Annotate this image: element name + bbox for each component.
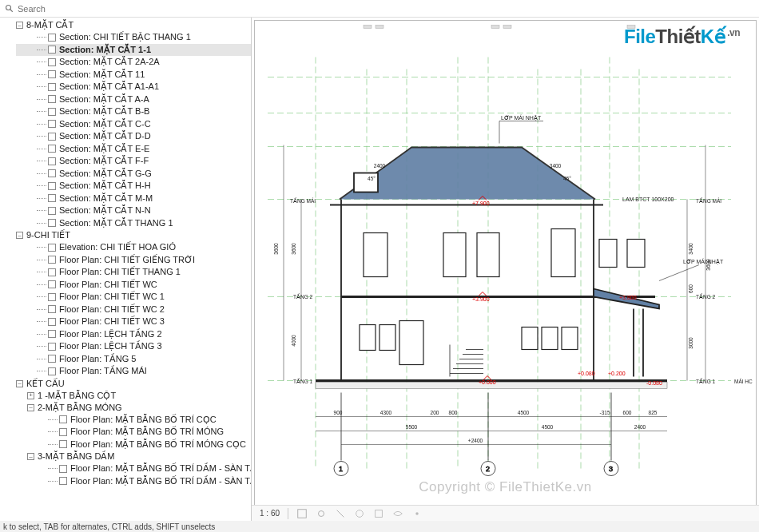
tree-item[interactable]: Floor Plan: CHI TIẾT THANG 1 (16, 266, 251, 279)
tree-item[interactable]: Floor Plan: CHI TIẾT WC 3 (16, 316, 251, 328)
tree-group-header[interactable]: –8-MẶT CẮT (16, 19, 251, 31)
tree-item[interactable]: Section: MẶT CẮT G-G (16, 168, 251, 181)
tree-item[interactable]: Elevation: CHI TIẾT HOA GIÓ (16, 241, 251, 254)
hide-icon[interactable] (392, 508, 403, 519)
sheet-checkbox[interactable] (48, 145, 56, 153)
tree-item[interactable]: Floor Plan: MẶT BẰNG BỐ TRÍ MÓNG CỌC (27, 439, 251, 451)
tree-item[interactable]: Floor Plan: CHI TIẾT WC 1 (16, 291, 251, 304)
sheet-checkbox[interactable] (48, 169, 56, 177)
tree-item-label: Section: MẶT CẮT F-F (59, 156, 149, 166)
drawing-canvas[interactable]: FileThiếtKế.vn (252, 18, 759, 532)
expander-icon[interactable]: + (27, 392, 34, 399)
tree-item[interactable]: Floor Plan: MẶT BẰNG BỐ TRÍ MÓNG (27, 426, 251, 439)
tree-item[interactable]: Section: MẶT CẮT B-B (16, 105, 251, 118)
sheet-checkbox[interactable] (48, 95, 56, 103)
tree-item-label: Section: MẶT CẮT 2A-2A (59, 57, 160, 67)
tree-item[interactable]: Section: MẶT CẮT M-M (16, 193, 251, 205)
tree-item[interactable]: Section: MẶT CẮT F-F (16, 155, 251, 168)
tree-item[interactable]: Section: MẶT CẮT N-N (16, 204, 251, 217)
sheet-checkbox[interactable] (48, 108, 56, 116)
sheet-checkbox[interactable] (48, 46, 56, 54)
sheet-checkbox[interactable] (48, 318, 56, 326)
sheet-checkbox[interactable] (48, 34, 56, 42)
group-label: 9-CHI TIẾT (26, 230, 70, 240)
sheet-checkbox[interactable] (48, 182, 56, 190)
crop-icon[interactable] (373, 508, 384, 519)
sheet-checkbox[interactable] (59, 465, 67, 473)
tree-group-header[interactable]: –2-MẶT BẰNG MÓNG (27, 402, 251, 414)
tree-group-header[interactable]: –KẾT CẤU (16, 378, 251, 390)
tree-group-header[interactable]: +1 -MẶT BẰNG CỘT (27, 390, 251, 402)
svg-rect-111 (376, 510, 383, 517)
sun-path-icon[interactable] (316, 508, 327, 519)
sheet-checkbox[interactable] (48, 58, 56, 66)
sheet-checkbox[interactable] (48, 219, 56, 227)
search-input[interactable] (18, 4, 754, 14)
sheet-checkbox[interactable] (48, 157, 56, 165)
tree-item[interactable]: Floor Plan: MẶT BẰNG BỐ TRÍ CỌC (27, 414, 251, 427)
tree-item[interactable]: Section: MẶT CẮT THANG 1 (16, 217, 251, 230)
model-graphics-icon[interactable] (296, 508, 308, 519)
expander-icon[interactable]: – (16, 380, 23, 387)
tree-item-label: Floor Plan: MẶT BẰNG BỐ TRÍ DẦM - SÀN TẦ… (70, 463, 252, 474)
project-browser[interactable]: –8-MẶT CẮTSection: CHI TIẾT BẬC THANG 1S… (0, 18, 252, 532)
expander-icon[interactable]: – (16, 232, 23, 239)
tree-item[interactable]: Floor Plan: CHI TIẾT WC 2 (16, 304, 251, 316)
tree-item[interactable]: Floor Plan: CHI TIẾT WC (16, 279, 251, 292)
tree-item-label: Floor Plan: LỆCH TẦNG 2 (59, 329, 162, 339)
copyright-watermark: Copyright © FileThietKe.vn (419, 479, 591, 495)
tree-item[interactable]: Floor Plan: LỆCH TẦNG 2 (16, 328, 251, 341)
sheet-checkbox[interactable] (48, 330, 56, 338)
sheet-checkbox[interactable] (48, 133, 56, 141)
sheet-checkbox[interactable] (48, 305, 56, 313)
scale-readout[interactable]: 1 : 60 (260, 509, 280, 518)
tree-item[interactable]: Floor Plan: MẶT BẰNG BỐ TRÍ DẦM - SÀN TẦ… (27, 475, 251, 488)
group-label: 2-MẶT BẰNG MÓNG (38, 403, 122, 413)
tree-item[interactable]: Section: MẶT CẮT A-A (16, 93, 251, 106)
sheet-checkbox[interactable] (59, 428, 67, 436)
tree-item[interactable]: Floor Plan: CHI TIẾT GIẾNG TRỜI (16, 254, 251, 267)
reveal-icon[interactable] (411, 508, 423, 519)
sheet-checkbox[interactable] (59, 440, 67, 448)
tree-item[interactable]: Section: MẶT CẮT 1-1 (16, 44, 251, 57)
rendering-icon[interactable] (354, 508, 365, 519)
sheet-checkbox[interactable] (48, 355, 56, 363)
expander-icon[interactable]: – (16, 22, 23, 29)
sheet-checkbox[interactable] (48, 70, 56, 78)
tree-item[interactable]: Floor Plan: TẦNG MÁI (16, 365, 251, 378)
sheet-checkbox[interactable] (48, 256, 56, 264)
tree-item[interactable]: Floor Plan: LỆCH TẦNG 3 (16, 340, 251, 353)
sheet-checkbox[interactable] (48, 343, 56, 351)
tree-group-header[interactable]: –3-MẶT BẰNG DẦM (27, 451, 251, 463)
sheet-checkbox[interactable] (48, 120, 56, 128)
tree-item[interactable]: Section: MẶT CẮT 2A-2A (16, 56, 251, 69)
tree-group-header[interactable]: –9-CHI TIẾT (16, 229, 251, 241)
tree-item-label: Section: MẶT CẮT H-H (59, 181, 151, 191)
sheet-checkbox[interactable] (48, 280, 56, 288)
tree-item[interactable]: Section: MẶT CẮT 11 (16, 69, 251, 81)
sheet-checkbox[interactable] (48, 194, 56, 202)
tree-item[interactable]: Section: MẶT CẮT D-D (16, 130, 251, 143)
sheet-checkbox[interactable] (59, 477, 67, 485)
expander-icon[interactable]: – (27, 453, 34, 460)
tree-item[interactable]: Floor Plan: MẶT BẰNG BỐ TRÍ DẦM - SÀN TẦ… (27, 463, 251, 475)
sheet-checkbox[interactable] (48, 293, 56, 301)
tree-item[interactable]: Section: MẶT CẮT C-C (16, 118, 251, 131)
tree-item[interactable]: Section: MẶT CẮT E-E (16, 143, 251, 156)
sheet-checkbox[interactable] (48, 367, 56, 375)
sheet-checkbox[interactable] (48, 207, 56, 215)
group-label: KẾT CẤU (26, 379, 65, 389)
tree-item[interactable]: Section: MẶT CẮT A1-A1 (16, 81, 251, 93)
tree-item-label: Section: MẶT CẮT 11 (59, 69, 145, 80)
tree-item-label: Floor Plan: MẶT BẰNG BỐ TRÍ MÓNG (70, 427, 224, 437)
sheet-checkbox[interactable] (48, 83, 56, 91)
tree-item[interactable]: Section: MẶT CẮT H-H (16, 180, 251, 193)
tree-item[interactable]: Section: CHI TIẾT BẬC THANG 1 (16, 31, 251, 44)
tree-item-label: Floor Plan: TẦNG 5 (59, 354, 136, 364)
tree-item[interactable]: Floor Plan: TẦNG 5 (16, 353, 251, 366)
sheet-checkbox[interactable] (59, 415, 67, 423)
sheet-checkbox[interactable] (48, 268, 56, 276)
sheet-checkbox[interactable] (48, 244, 56, 252)
shadows-icon[interactable] (335, 508, 346, 519)
expander-icon[interactable]: – (27, 404, 34, 411)
